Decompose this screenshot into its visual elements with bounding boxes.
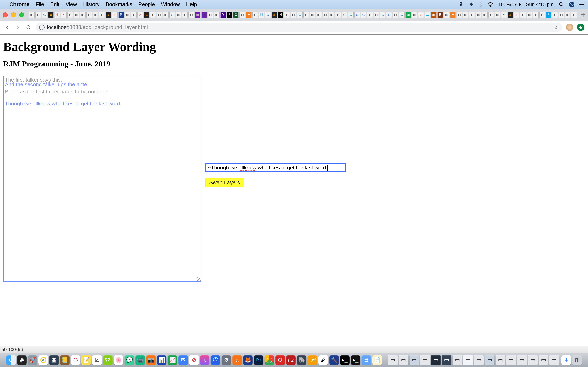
profile-avatar-icon[interactable] — [566, 24, 573, 31]
pinned-tab[interactable]: ◧ — [99, 12, 105, 18]
minimized-window[interactable]: ▭ — [463, 355, 473, 365]
pinned-tab[interactable]: ◧ — [457, 12, 462, 18]
pinned-tab[interactable]: G — [386, 12, 392, 18]
pinned-tab[interactable]: ℰ — [227, 12, 232, 18]
pinned-tab[interactable]: ◧ — [539, 12, 545, 18]
notifications-icon[interactable] — [579, 2, 585, 7]
pinned-tab[interactable]: ◧ — [74, 12, 79, 18]
pinned-tab[interactable]: G — [169, 12, 175, 18]
minimized-window[interactable]: ▭ — [388, 355, 398, 365]
pinned-tab[interactable]: ◧ — [29, 12, 35, 18]
pinned-tab[interactable]: ◧ — [482, 12, 488, 18]
menu-people[interactable]: People — [138, 1, 155, 8]
appstore-icon[interactable]: Ⓐ — [211, 355, 220, 365]
minimized-window[interactable]: ▭ — [549, 355, 559, 365]
office-icon[interactable]: 𝒲 — [308, 355, 317, 365]
minimized-window[interactable]: ▭ — [506, 355, 516, 365]
numbers-icon[interactable]: 📈 — [168, 355, 177, 365]
pinned-tab[interactable]: Y — [221, 12, 226, 18]
back-button[interactable] — [4, 24, 11, 31]
zoom-control[interactable]: 100% ▲▼ — [8, 347, 24, 352]
reload-button[interactable] — [25, 24, 32, 31]
site-info-icon[interactable]: i — [39, 25, 44, 30]
pinned-tab[interactable]: ◧ — [176, 12, 181, 18]
pinned-tab[interactable]: ▣ — [431, 12, 437, 18]
pinned-tab[interactable]: G — [297, 12, 303, 18]
minimized-window[interactable]: ▭ — [453, 355, 462, 365]
pinned-tab[interactable]: ◧ — [150, 12, 156, 18]
pinned-tab[interactable]: ◧ — [35, 12, 41, 18]
bookmark-star-icon[interactable]: ☆ — [553, 24, 559, 31]
menu-view[interactable]: View — [66, 1, 77, 8]
downloads-icon[interactable]: ⬇ — [562, 355, 571, 365]
pinned-tab[interactable]: ✔ — [61, 12, 66, 18]
calendar-icon[interactable]: 23 — [71, 355, 80, 365]
xcode-icon[interactable]: 🔨 — [329, 355, 339, 365]
pinned-tab[interactable]: G — [348, 12, 354, 18]
pinned-tab[interactable]: a — [48, 12, 54, 18]
minimized-window[interactable]: ▭ — [431, 355, 441, 365]
pinned-tab[interactable]: ◧ — [335, 12, 341, 18]
pinned-tab[interactable]: ◧ — [316, 12, 321, 18]
clock[interactable]: Sun 4:10 pm — [526, 2, 554, 7]
pinned-tab[interactable]: m — [195, 12, 200, 18]
minimized-window[interactable]: ▭ — [485, 355, 494, 365]
minimized-window[interactable]: ▭ — [539, 355, 548, 365]
photobooth-icon[interactable]: 📷 — [146, 355, 156, 365]
pinned-tab[interactable]: ◧ — [67, 12, 73, 18]
extension-icon[interactable]: ◆ — [577, 24, 584, 31]
pinned-tab[interactable]: ◧ — [182, 12, 188, 18]
terminal2-icon[interactable]: ▸_ — [351, 355, 360, 365]
keynote-icon[interactable]: 📊 — [157, 355, 167, 365]
pinned-tab[interactable]: a — [508, 12, 513, 18]
minimized-window[interactable]: ▭ — [420, 355, 430, 365]
pinned-tab[interactable]: ◧ — [565, 12, 571, 18]
pinned-tab[interactable]: ◧ — [156, 12, 162, 18]
pinned-tab[interactable]: ◧ — [310, 12, 315, 18]
siri-icon[interactable] — [569, 2, 575, 7]
pinned-tab[interactable]: ◧ — [284, 12, 290, 18]
pinned-tab[interactable]: G — [342, 12, 347, 18]
reminders-icon[interactable]: ☑ — [92, 355, 102, 365]
forward-button[interactable] — [14, 24, 21, 31]
pinned-tab[interactable]: ◧ — [495, 12, 500, 18]
pinned-tab[interactable]: ◧ — [291, 12, 296, 18]
wifi-icon[interactable] — [487, 2, 493, 7]
chrome-icon[interactable]: ◯ — [265, 355, 274, 365]
pinned-tab[interactable]: G — [361, 12, 366, 18]
minimized-window[interactable]: ▭ — [474, 355, 484, 365]
menu-history[interactable]: History — [83, 1, 100, 8]
minimized-window[interactable]: ▭ — [517, 355, 527, 365]
layer-textarea[interactable]: The first talker says this. And the seco… — [3, 76, 201, 282]
pinned-tab[interactable]: ◧ — [444, 12, 449, 18]
contacts-icon[interactable]: 📒 — [60, 355, 70, 365]
paint-icon[interactable]: 🖌 — [319, 355, 328, 365]
finder-icon[interactable]: ☺ — [6, 355, 16, 365]
close-window-button[interactable] — [3, 12, 8, 17]
pinned-tab[interactable]: ◧ — [393, 12, 398, 18]
pinned-tab[interactable]: ✔ — [418, 12, 424, 18]
mission-control-icon[interactable]: ▦ — [49, 355, 59, 365]
maximize-window-button[interactable] — [19, 12, 24, 17]
pinned-tab[interactable]: ◧ — [163, 12, 168, 18]
bluetooth-icon[interactable]: ᛒ — [479, 1, 483, 8]
malware-icon[interactable] — [458, 2, 464, 7]
pinned-tab[interactable]: ≣ — [246, 12, 251, 18]
avast-icon[interactable]: a — [232, 355, 242, 365]
vm-icon[interactable]: 🖥 — [362, 355, 371, 365]
battery-status[interactable]: 100% — [498, 2, 521, 7]
pinned-tab[interactable]: ◧ — [240, 12, 245, 18]
maps-icon[interactable]: 🗺 — [103, 355, 113, 365]
messages-icon[interactable]: 💬 — [125, 355, 134, 365]
bug-icon[interactable] — [468, 2, 474, 7]
resize-handle-icon[interactable] — [197, 277, 201, 281]
pinned-tab[interactable]: ◧ — [323, 12, 328, 18]
pinned-tab[interactable]: ✔ — [514, 12, 519, 18]
pinned-tab[interactable]: ◧ — [367, 12, 373, 18]
pinned-tab[interactable]: ◧ — [520, 12, 526, 18]
pinned-tab[interactable]: G — [380, 12, 385, 18]
pinned-tab[interactable]: ◧ — [559, 12, 564, 18]
new-tab-button[interactable]: + — [581, 11, 585, 19]
wording-input[interactable]: ~Though we allknow who likes to get the … — [205, 163, 346, 172]
mamp-icon[interactable]: 🐘 — [297, 355, 306, 365]
